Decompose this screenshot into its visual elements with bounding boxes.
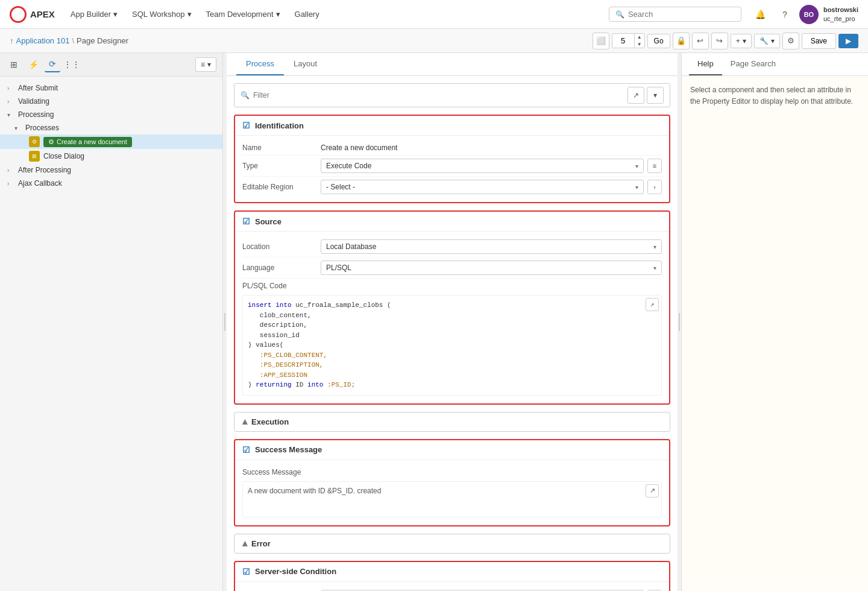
avatar[interactable]: BO [799,5,819,24]
save-button[interactable]: Save [802,33,836,49]
prop-label-type: Type [242,162,321,170]
nav-app-builder[interactable]: App Builder ▾ [64,6,124,22]
top-nav: APEX App Builder ▾ SQL Workshop ▾ Team D… [0,0,868,29]
prop-label-editable-region: Editable Region [242,183,321,191]
success-message-text: A new document with ID &PS_ID. created [248,487,381,495]
breadcrumb-app[interactable]: Application 101 [16,36,70,45]
help-icon[interactable]: ? [775,5,794,24]
filter-input[interactable] [253,91,624,100]
sidebar-item-after-submit[interactable]: › After Submit [0,81,222,95]
chevron-down-icon: ▾ [113,10,118,19]
prop-select-location[interactable]: Local Database ▾ [321,239,662,254]
prop-action-nav[interactable]: › [647,180,662,194]
sidebar-item-create-doc[interactable]: ⚙ ⚙ Create a new document [0,134,222,149]
search-box: 🔍 [609,7,741,22]
utilities-button[interactable]: 🔧 ▾ [754,34,780,48]
prop-row-location: Location Local Database ▾ [242,236,662,258]
section-error-header[interactable]: ▶ Error [234,534,670,553]
chevron-down-icon: ▾ [635,163,638,169]
tab-help[interactable]: Help [689,53,722,75]
prop-label-location: Location [242,242,321,251]
page-toolbar: ↑ Application 101 \ Page Designer ⬜ ▲ ▼ … [0,29,868,53]
resize-handle-left[interactable] [223,53,227,591]
section-error: ▶ Error [234,534,670,554]
sidebar-item-processing[interactable]: ▾ Processing [0,108,222,121]
prop-label-plsql: PL/SQL Code [242,282,321,290]
section-success-message-content: Success Message ↗ A new document with ID… [235,460,669,525]
apex-logo-icon [10,6,27,23]
prop-action-list[interactable]: ≡ [647,159,662,173]
add-button[interactable]: + ▾ [731,34,752,48]
tab-layout[interactable]: Layout [284,53,327,75]
chevron-down-icon: ▾ [207,60,211,69]
chevron-down-icon: ▾ [635,184,638,191]
badge-icon: ⚙ [48,138,54,146]
sidebar-item-validating[interactable]: › Validating [0,95,222,108]
prop-row-name: Name Create a new document [242,141,662,156]
redo-button[interactable]: ↪ [711,33,728,49]
nav-sql-workshop[interactable]: SQL Workshop ▾ [126,6,197,22]
prop-select-editable-region[interactable]: - Select - ▾ [321,180,644,194]
checkmark-icon: ☑ [242,445,250,455]
go-button[interactable]: Go [647,34,670,48]
section-server-side-condition-content: When Button Pressed CREATE ▾ › Type - Se… [235,582,669,592]
lightning-icon[interactable]: ⚡ [25,57,41,72]
sidebar-item-after-processing[interactable]: › After Processing [0,163,222,177]
page-number-box: ▲ ▼ [612,33,645,48]
section-identification-header[interactable]: ☑ Identification [235,116,669,136]
prop-label-name: Name [242,144,321,152]
section-source-header[interactable]: ☑ Source [235,212,669,232]
shared-components-button[interactable]: ⚙ [782,33,799,49]
checkmark-icon: ☑ [242,121,250,130]
sort-button[interactable]: ≡ ▾ [195,57,216,72]
shared-icon[interactable]: ⋮⋮ [64,57,80,72]
apex-logo: APEX [10,6,55,23]
left-panel: ⊞ ⚡ ⟳ ⋮⋮ ≡ ▾ › After Submit › Validating… [0,53,223,591]
page-template-button[interactable]: ⬜ [593,33,609,49]
nav-gallery[interactable]: Gallery [289,6,326,22]
page-arrows: ▲ ▼ [634,34,644,48]
undo-button[interactable]: ↩ [692,33,709,49]
search-input[interactable] [628,10,735,19]
user-info[interactable]: bostrowski uc_rte_pro [823,5,858,23]
section-execution-header[interactable]: ▶ Execution [234,412,670,431]
section-success-message-header[interactable]: ☑ Success Message [235,440,669,460]
run-button[interactable]: ▶ [838,34,858,48]
process-view-icon[interactable]: ⟳ [45,57,60,72]
prop-row-editable-region: Editable Region - Select - ▾ › [242,177,662,197]
chevron-down-icon: ▾ [653,265,656,271]
msg-expand-button[interactable]: ↗ [646,484,659,498]
tab-page-search[interactable]: Page Search [722,53,784,75]
prop-select-type[interactable]: Execute Code ▾ [321,159,644,173]
nav-team-development[interactable]: Team Development ▾ [200,6,286,22]
resize-handle-right[interactable] [678,53,681,591]
code-expand-button[interactable]: ↗ [646,298,659,311]
filter-chevron-icon[interactable]: ▾ [647,87,664,104]
page-number-input[interactable] [612,34,634,47]
sidebar-item-processes[interactable]: ▾ Processes [0,121,222,134]
grid-view-icon[interactable]: ⊞ [6,57,22,72]
nav-menu: App Builder ▾ SQL Workshop ▾ Team Develo… [64,6,326,22]
lock-button[interactable]: 🔒 [673,33,690,49]
prop-label-language: Language [242,264,321,272]
left-tree: › After Submit › Validating ▾ Processing… [0,77,222,591]
sidebar-item-ajax-callback[interactable]: › Ajax Callback [0,177,222,190]
prop-select-language[interactable]: PL/SQL ▾ [321,261,662,275]
breadcrumb-page: Page Designer [77,36,128,45]
filter-expand-icon[interactable]: ↗ [627,87,644,104]
page-down-arrow[interactable]: ▼ [635,41,644,48]
notifications-icon[interactable]: 🔔 [751,5,770,24]
center-panel: Process Layout 🔍 ↗ ▾ ☑ Identification [227,53,678,591]
prop-row-success-msg: Success Message ↗ A new document with ID… [242,465,662,520]
tab-process[interactable]: Process [236,53,284,75]
page-up-arrow[interactable]: ▲ [635,34,644,41]
sidebar-item-close-dialog[interactable]: ⊠ Close Dialog [0,149,222,163]
section-server-side-condition-header[interactable]: ☑ Server-side Condition [235,562,669,582]
section-execution: ▶ Execution [234,412,670,432]
filter-actions: ↗ ▾ [627,87,664,104]
username: bostrowski [823,5,858,14]
section-success-message: ☑ Success Message Success Message ↗ A ne… [234,439,670,526]
search-icon: 🔍 [615,10,624,19]
breadcrumb-sep: \ [72,36,74,45]
prop-select-type-actions: ≡ [647,159,662,173]
